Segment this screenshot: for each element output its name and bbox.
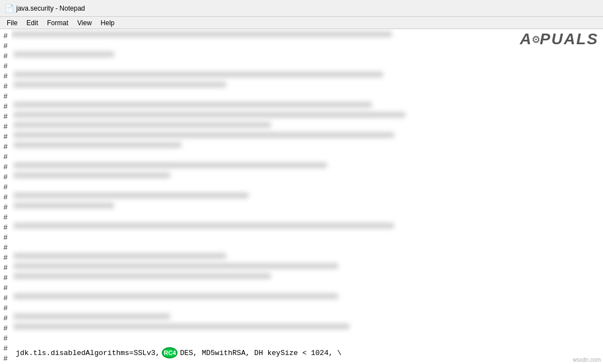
menu-format[interactable]: Format [43, 18, 73, 28]
line-num: # [3, 263, 8, 273]
line-num: # [3, 172, 8, 183]
line-num: # [3, 52, 8, 62]
line-num: # [3, 72, 8, 82]
line-num: # [3, 283, 8, 293]
line-num: # [3, 213, 8, 223]
menu-view[interactable]: View [73, 18, 96, 28]
editor-area[interactable]: # # # # # # # # # # # # # # # # # # # # … [0, 29, 603, 364]
content-area[interactable]: jdk.tls.disabledAlgorithms=SSLv3, RC4 DE… [11, 29, 603, 364]
line-num: # [3, 122, 8, 132]
bottom-line-suffix: DES, MD5withRSA, DH keySize < 1024, \ [180, 349, 342, 357]
line-num: # [3, 41, 8, 52]
line-num: # [3, 354, 8, 364]
line-num: # [3, 344, 8, 354]
line-num: # [3, 243, 8, 253]
line-num: # [3, 203, 8, 213]
line-num: # [3, 152, 8, 162]
blurred-content [11, 29, 603, 342]
menu-help[interactable]: Help [96, 18, 119, 28]
rc4-badge: RC4 [162, 347, 177, 358]
line-num: # [3, 223, 8, 233]
line-num: # [3, 253, 8, 263]
title-bar-text: java.security - Notepad [16, 4, 599, 12]
line-num: # [3, 62, 8, 72]
line-num: # [3, 273, 8, 283]
line-num: # [3, 334, 8, 344]
line-num: # [3, 162, 8, 172]
line-num: # [3, 324, 8, 334]
line-num: # [3, 293, 8, 304]
line-num: # [3, 304, 8, 314]
line-num: # [3, 142, 8, 152]
line-num: # [3, 183, 8, 193]
line-num: # [3, 233, 8, 243]
menu-bar: File Edit Format View Help [0, 17, 603, 29]
bottom-code-line: jdk.tls.disabledAlgorithms=SSLv3, RC4 DE… [11, 347, 603, 358]
line-num: # [3, 112, 8, 122]
bottom-line-prefix: jdk.tls.disabledAlgorithms=SSLv3, [16, 349, 160, 357]
menu-edit[interactable]: Edit [22, 18, 43, 28]
line-num: # [3, 314, 8, 324]
title-bar: 📄 java.security - Notepad [0, 0, 603, 17]
line-num: # [3, 132, 8, 142]
line-num: # [3, 193, 8, 203]
line-numbers: # # # # # # # # # # # # # # # # # # # # … [0, 29, 11, 364]
line-num: # [3, 82, 8, 92]
line-num: # [3, 92, 8, 102]
line-num: # [3, 102, 8, 112]
menu-file[interactable]: File [2, 18, 22, 28]
notepad-icon: 📄 [4, 4, 14, 13]
line-num: # [3, 31, 8, 41]
